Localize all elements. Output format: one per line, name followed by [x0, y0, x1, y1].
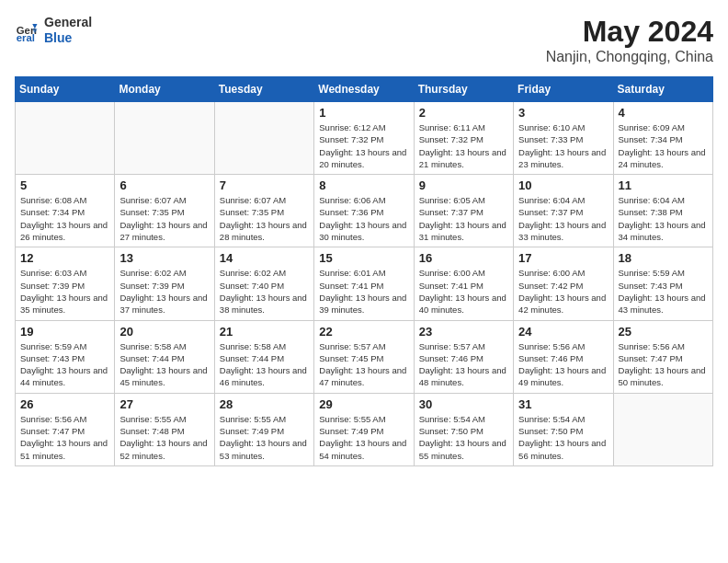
day-number: 8	[319, 178, 408, 192]
day-number: 31	[518, 397, 608, 411]
calendar-table: SundayMondayTuesdayWednesdayThursdayFrid…	[15, 76, 713, 466]
day-info: Sunrise: 6:07 AM Sunset: 7:35 PM Dayligh…	[119, 194, 209, 243]
day-number: 18	[619, 251, 708, 265]
day-number: 29	[319, 397, 408, 411]
calendar-week-row: 26Sunrise: 5:56 AM Sunset: 7:47 PM Dayli…	[16, 393, 713, 465]
title-block: May 2024 Nanjin, Chongqing, China	[546, 15, 713, 65]
calendar-cell: 18Sunrise: 5:59 AM Sunset: 7:43 PM Dayli…	[613, 247, 712, 320]
day-number: 22	[319, 325, 408, 339]
calendar-location: Nanjin, Chongqing, China	[546, 49, 713, 65]
calendar-cell: 17Sunrise: 6:00 AM Sunset: 7:42 PM Dayli…	[514, 247, 613, 320]
calendar-title: May 2024	[546, 15, 713, 49]
calendar-cell: 29Sunrise: 5:55 AM Sunset: 7:49 PM Dayli…	[314, 393, 414, 465]
day-number: 1	[319, 106, 408, 120]
calendar-cell: 16Sunrise: 6:00 AM Sunset: 7:41 PM Dayli…	[414, 247, 513, 320]
day-info: Sunrise: 5:54 AM Sunset: 7:50 PM Dayligh…	[419, 413, 508, 462]
calendar-cell	[16, 102, 115, 175]
day-info: Sunrise: 6:07 AM Sunset: 7:35 PM Dayligh…	[220, 194, 309, 243]
calendar-cell: 28Sunrise: 5:55 AM Sunset: 7:49 PM Dayli…	[214, 393, 313, 465]
calendar-cell: 23Sunrise: 5:57 AM Sunset: 7:46 PM Dayli…	[414, 320, 513, 393]
day-info: Sunrise: 6:02 AM Sunset: 7:40 PM Dayligh…	[220, 267, 309, 316]
day-info: Sunrise: 5:57 AM Sunset: 7:46 PM Dayligh…	[419, 340, 508, 389]
weekday-header: Saturday	[613, 77, 712, 102]
day-info: Sunrise: 6:02 AM Sunset: 7:39 PM Dayligh…	[119, 267, 209, 316]
day-info: Sunrise: 6:04 AM Sunset: 7:37 PM Dayligh…	[518, 194, 608, 243]
day-number: 24	[518, 325, 608, 339]
calendar-cell: 2Sunrise: 6:11 AM Sunset: 7:32 PM Daylig…	[414, 102, 513, 175]
calendar-cell: 7Sunrise: 6:07 AM Sunset: 7:35 PM Daylig…	[214, 175, 313, 247]
calendar-cell: 25Sunrise: 5:56 AM Sunset: 7:47 PM Dayli…	[613, 320, 712, 393]
calendar-cell: 8Sunrise: 6:06 AM Sunset: 7:36 PM Daylig…	[314, 175, 414, 247]
day-info: Sunrise: 5:54 AM Sunset: 7:50 PM Dayligh…	[518, 413, 608, 462]
day-number: 14	[220, 251, 309, 265]
day-number: 21	[220, 325, 309, 339]
day-number: 4	[619, 106, 708, 120]
calendar-cell: 9Sunrise: 6:05 AM Sunset: 7:37 PM Daylig…	[414, 175, 513, 247]
weekday-header: Tuesday	[214, 77, 313, 102]
day-info: Sunrise: 5:58 AM Sunset: 7:44 PM Dayligh…	[119, 340, 209, 389]
day-info: Sunrise: 5:59 AM Sunset: 7:43 PM Dayligh…	[619, 267, 708, 316]
day-info: Sunrise: 5:58 AM Sunset: 7:44 PM Dayligh…	[220, 340, 309, 389]
day-number: 25	[619, 325, 708, 339]
weekday-header: Thursday	[414, 77, 513, 102]
calendar-cell: 30Sunrise: 5:54 AM Sunset: 7:50 PM Dayli…	[414, 393, 513, 465]
calendar-cell: 27Sunrise: 5:55 AM Sunset: 7:48 PM Dayli…	[115, 393, 214, 465]
day-number: 20	[119, 325, 209, 339]
calendar-cell: 19Sunrise: 5:59 AM Sunset: 7:43 PM Dayli…	[16, 320, 115, 393]
calendar-cell: 15Sunrise: 6:01 AM Sunset: 7:41 PM Dayli…	[314, 247, 414, 320]
calendar-cell: 14Sunrise: 6:02 AM Sunset: 7:40 PM Dayli…	[214, 247, 313, 320]
day-number: 10	[518, 178, 608, 192]
day-info: Sunrise: 6:01 AM Sunset: 7:41 PM Dayligh…	[319, 267, 408, 316]
day-info: Sunrise: 6:04 AM Sunset: 7:38 PM Dayligh…	[619, 194, 708, 243]
calendar-cell: 24Sunrise: 5:56 AM Sunset: 7:46 PM Dayli…	[514, 320, 613, 393]
calendar-week-row: 12Sunrise: 6:03 AM Sunset: 7:39 PM Dayli…	[16, 247, 713, 320]
svg-text:eral: eral	[17, 32, 35, 43]
calendar-cell: 26Sunrise: 5:56 AM Sunset: 7:47 PM Dayli…	[16, 393, 115, 465]
logo-blue-text: Blue	[44, 30, 92, 46]
day-info: Sunrise: 5:55 AM Sunset: 7:48 PM Dayligh…	[119, 413, 209, 462]
calendar-week-row: 19Sunrise: 5:59 AM Sunset: 7:43 PM Dayli…	[16, 320, 713, 393]
day-number: 26	[20, 397, 109, 411]
day-number: 5	[20, 178, 109, 192]
day-info: Sunrise: 6:06 AM Sunset: 7:36 PM Dayligh…	[319, 194, 408, 243]
day-info: Sunrise: 5:56 AM Sunset: 7:47 PM Dayligh…	[619, 340, 708, 389]
day-info: Sunrise: 5:55 AM Sunset: 7:49 PM Dayligh…	[319, 413, 408, 462]
day-number: 3	[518, 106, 608, 120]
day-info: Sunrise: 5:56 AM Sunset: 7:47 PM Dayligh…	[20, 413, 109, 462]
day-info: Sunrise: 6:12 AM Sunset: 7:32 PM Dayligh…	[319, 121, 408, 170]
day-number: 30	[419, 397, 508, 411]
day-info: Sunrise: 6:00 AM Sunset: 7:42 PM Dayligh…	[518, 267, 608, 316]
weekday-header: Monday	[115, 77, 214, 102]
weekday-header: Wednesday	[314, 77, 414, 102]
calendar-cell	[613, 393, 712, 465]
logo-general-text: General	[44, 15, 92, 30]
logo: Gen eral General Blue	[15, 15, 92, 46]
day-number: 2	[419, 106, 508, 120]
calendar-cell: 12Sunrise: 6:03 AM Sunset: 7:39 PM Dayli…	[16, 247, 115, 320]
weekday-header: Friday	[514, 77, 613, 102]
day-number: 15	[319, 251, 408, 265]
calendar-cell: 4Sunrise: 6:09 AM Sunset: 7:34 PM Daylig…	[613, 102, 712, 175]
calendar-cell: 20Sunrise: 5:58 AM Sunset: 7:44 PM Dayli…	[115, 320, 214, 393]
day-info: Sunrise: 5:56 AM Sunset: 7:46 PM Dayligh…	[518, 340, 608, 389]
weekday-header-row: SundayMondayTuesdayWednesdayThursdayFrid…	[16, 77, 713, 102]
calendar-cell: 3Sunrise: 6:10 AM Sunset: 7:33 PM Daylig…	[514, 102, 613, 175]
calendar-cell: 31Sunrise: 5:54 AM Sunset: 7:50 PM Dayli…	[514, 393, 613, 465]
calendar-cell: 22Sunrise: 5:57 AM Sunset: 7:45 PM Dayli…	[314, 320, 414, 393]
calendar-cell: 21Sunrise: 5:58 AM Sunset: 7:44 PM Dayli…	[214, 320, 313, 393]
day-number: 17	[518, 251, 608, 265]
day-number: 27	[119, 397, 209, 411]
day-number: 6	[119, 178, 209, 192]
calendar-cell: 10Sunrise: 6:04 AM Sunset: 7:37 PM Dayli…	[514, 175, 613, 247]
day-number: 7	[220, 178, 309, 192]
calendar-week-row: 1Sunrise: 6:12 AM Sunset: 7:32 PM Daylig…	[16, 102, 713, 175]
calendar-cell: 1Sunrise: 6:12 AM Sunset: 7:32 PM Daylig…	[314, 102, 414, 175]
day-info: Sunrise: 6:11 AM Sunset: 7:32 PM Dayligh…	[419, 121, 508, 170]
day-info: Sunrise: 5:59 AM Sunset: 7:43 PM Dayligh…	[20, 340, 109, 389]
weekday-header: Sunday	[16, 77, 115, 102]
calendar-cell	[115, 102, 214, 175]
day-info: Sunrise: 6:03 AM Sunset: 7:39 PM Dayligh…	[20, 267, 109, 316]
day-number: 16	[419, 251, 508, 265]
day-info: Sunrise: 6:09 AM Sunset: 7:34 PM Dayligh…	[619, 121, 708, 170]
day-info: Sunrise: 6:00 AM Sunset: 7:41 PM Dayligh…	[419, 267, 508, 316]
